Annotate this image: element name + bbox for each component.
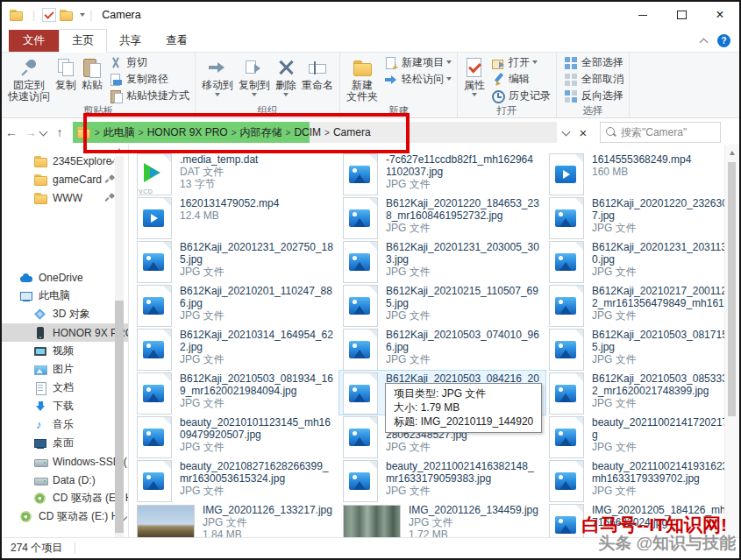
tab-file[interactable]: 文件 — [9, 30, 59, 52]
file-tile[interactable]: IMG_20201126_134459.jpgJPG 文件1.72 MB — [339, 502, 545, 537]
quick-access-customize-caret-icon[interactable] — [80, 13, 85, 17]
sidebar-item-HONOR 9X PRO[interactable]: HONOR 9X PRO — [2, 323, 128, 342]
sidebar-item-CD 驱动器 (E:) H[interactable]: CD 驱动器 (E:) H — [2, 489, 128, 507]
sidebar-scroll-up-icon[interactable] — [117, 148, 122, 152]
file-tile[interactable]: beauty_20210101123145_mh16 09479920507.j… — [133, 415, 339, 458]
file-meta: JPG 文件 — [592, 222, 724, 234]
file-tile[interactable]: B612Kaji_20201220_232630_41 7.jpgJPG 文件 — [545, 195, 724, 239]
pictures-icon — [33, 363, 48, 377]
breadcrumb[interactable]: >此电脑>HONOR 9X PRO>内部存储>DCIM>Camera — [73, 122, 557, 143]
stop-refresh-button[interactable]: × — [574, 122, 592, 143]
file-meta: JPG 文件 — [592, 266, 724, 278]
file-tile[interactable]: B612Kaji_20210215_110507_69 5.jpgJPG 文件 — [339, 283, 545, 327]
sidebar-item-OneDrive[interactable]: OneDrive — [2, 268, 128, 287]
quick-access-new-folder-icon[interactable] — [59, 8, 74, 22]
copy-path-button[interactable]: 复制路径 — [107, 71, 191, 88]
tab-查看[interactable]: 查看 — [153, 30, 200, 52]
sidebar-item-下载[interactable]: 下载 — [2, 397, 128, 415]
file-tile[interactable]: B612Kaji_20210217_200112_41 2_mr16135647… — [545, 283, 724, 327]
sidebar-item-桌面[interactable]: 桌面 — [2, 434, 128, 452]
sidebar-item-文档[interactable]: 文档 — [2, 379, 128, 397]
file-tile[interactable]: IMG_20201126_133217.jpgJPG 文件1.84 MB — [133, 502, 339, 537]
sidebar-item-Windows-SSD ([interactable]: Windows-SSD ( — [2, 452, 128, 471]
breadcrumb-item[interactable]: DCIM — [294, 126, 321, 138]
file-tile[interactable]: B612Kaji_20201231_203005_30 3.jpgJPG 文件 — [339, 239, 545, 283]
properties-button[interactable]: 属性 — [461, 54, 488, 98]
minimize-button[interactable] — [623, 2, 662, 28]
breadcrumb-item[interactable]: 此电脑 — [103, 125, 135, 140]
file-tile[interactable]: B612Kaji_20210503_074010_96 6.jpgJPG 文件 — [339, 327, 545, 371]
up-button[interactable]: ↑ — [50, 125, 69, 139]
file-tile[interactable]: beauty_202108271628266399_ mr16300536153… — [133, 458, 339, 502]
delete-button[interactable]: 删除 — [273, 54, 299, 98]
history-button[interactable]: 历史记录 — [489, 88, 552, 104]
sidebar-item-此电脑[interactable]: 此电脑 — [2, 287, 128, 305]
sidebar-scrollbar[interactable] — [115, 156, 124, 555]
rename-button[interactable]: 重命名 — [299, 54, 336, 93]
copy-button[interactable]: 复制 — [53, 54, 79, 93]
breadcrumb-item[interactable]: 内部存储 — [240, 125, 282, 140]
edit-button[interactable]: 编辑 — [489, 71, 552, 88]
file-list-scrollbar[interactable] — [724, 145, 739, 537]
file-tile[interactable]: -7c627e11ccdb82f1_mh162964 1102037.jpgJP… — [339, 152, 545, 195]
file-tile[interactable]: B612Kaji_20210503_085333_07 2_mr16200217… — [545, 371, 724, 415]
file-tile[interactable]: 1620131479052.mp412.4 MB — [133, 195, 339, 239]
sidebar-item-2345Explore[interactable]: 2345Explore — [2, 152, 128, 170]
help-icon[interactable]: ? — [717, 34, 730, 47]
open-button[interactable]: 打开 — [489, 54, 552, 71]
search-input[interactable] — [619, 125, 710, 139]
cut-button[interactable]: 剪切 — [107, 54, 191, 71]
file-tile[interactable]: B612Kaji_20210314_164954_62 2.jpgJPG 文件 — [133, 327, 339, 371]
ribbon-button-label: 全部选择 — [581, 55, 623, 70]
paste-button[interactable]: 粘贴 — [79, 54, 105, 93]
search-box[interactable] — [600, 122, 721, 143]
file-tile[interactable]: 1614555368249.mp4160 MB — [545, 152, 724, 195]
sidebar-scrollbar-thumb[interactable] — [115, 301, 124, 533]
file-tile[interactable]: B612Kaji_20201231_203113_08 0.jpgJPG 文件 — [545, 239, 724, 283]
file-tile[interactable]: B612Kaji_20210503_081934_16 9_mr16200219… — [133, 371, 339, 415]
sidebar-item-CD 驱动器 (E:) Hi[interactable]: CD 驱动器 (E:) Hi — [2, 507, 128, 526]
breadcrumb-item[interactable]: Camera — [333, 126, 371, 138]
file-name: beauty_20211002141720217.jp g — [592, 416, 724, 441]
sidebar-item-视频[interactable]: 视频 — [2, 342, 128, 360]
invert-selection-button[interactable]: 反向选择 — [562, 88, 625, 104]
file-tile[interactable]: beauty_202110021419316230_ mh16331793397… — [545, 458, 724, 502]
new-item-button[interactable]: 新建项目 — [382, 54, 453, 71]
sidebar-item-3D 对象[interactable]: 3D 对象 — [2, 305, 128, 323]
pin-button[interactable]: 固定到 快速访问 — [5, 54, 53, 104]
maximize-button[interactable] — [662, 2, 701, 28]
quick-access-properties-icon[interactable] — [42, 8, 56, 22]
address-dropdown-button[interactable] — [557, 122, 574, 143]
scroll-up-icon[interactable] — [730, 151, 735, 155]
sidebar-item-音乐[interactable]: 音乐 — [2, 415, 128, 434]
recent-locations-caret-icon[interactable] — [39, 127, 48, 136]
move-to-button[interactable]: 移动到 — [199, 54, 236, 98]
sidebar-item-Data (D:)[interactable]: Data (D:) — [2, 471, 128, 489]
file-tile[interactable]: beauty_202110021416382148_ mr16331790593… — [339, 458, 545, 502]
sidebar-item-gameCard[interactable]: gameCard — [2, 170, 128, 188]
easy-access-button[interactable]: 轻松访问 — [382, 71, 453, 88]
close-button[interactable]: × — [701, 2, 739, 28]
copy-to-button[interactable]: 复制到 — [236, 54, 273, 98]
paste-shortcut-button[interactable]: 粘贴快捷方式 — [107, 88, 191, 104]
file-tile[interactable]: B612Kaji_20201231_202750_18 5.jpgJPG 文件 — [133, 239, 339, 283]
select-all-button[interactable]: 全部选择 — [562, 54, 625, 71]
sidebar-item-图片[interactable]: 图片 — [2, 360, 128, 379]
collapse-ribbon-icon[interactable] — [700, 38, 709, 46]
file-tile[interactable]: B612Kaji_20201220_184653_23 8_mr16084619… — [339, 195, 545, 239]
file-name: IMG_20201126_134459.jpg — [409, 504, 542, 516]
forward-button[interactable]: → — [21, 125, 40, 139]
sidebar-item-WWW[interactable]: WWW — [2, 188, 128, 207]
tab-主页[interactable]: 主页 — [59, 29, 107, 53]
file-tile[interactable]: beauty_20211002141720217.jp gJPG 文件 — [545, 415, 724, 458]
breadcrumb-item[interactable]: HONOR 9X PRO — [147, 126, 228, 138]
file-tile[interactable]: B612Kaji_20210503_081715_74 5.jpgJPG 文件 — [545, 327, 724, 371]
back-button[interactable]: ← — [2, 125, 21, 139]
select-none-button[interactable]: 全部取消 — [562, 71, 625, 88]
tab-共享[interactable]: 共享 — [107, 30, 153, 52]
file-tile[interactable]: B612Kaji_20210201_110247_88 6.jpgJPG 文件 — [133, 283, 339, 327]
file-list-scrollbar-thumb[interactable] — [728, 162, 736, 416]
file-tile[interactable]: VCD.media_temp.datDAT 文件13 字节 — [133, 152, 339, 195]
dropdown-caret-icon — [283, 93, 289, 96]
new-folder-button[interactable]: 新建 文件夹 — [344, 54, 381, 104]
